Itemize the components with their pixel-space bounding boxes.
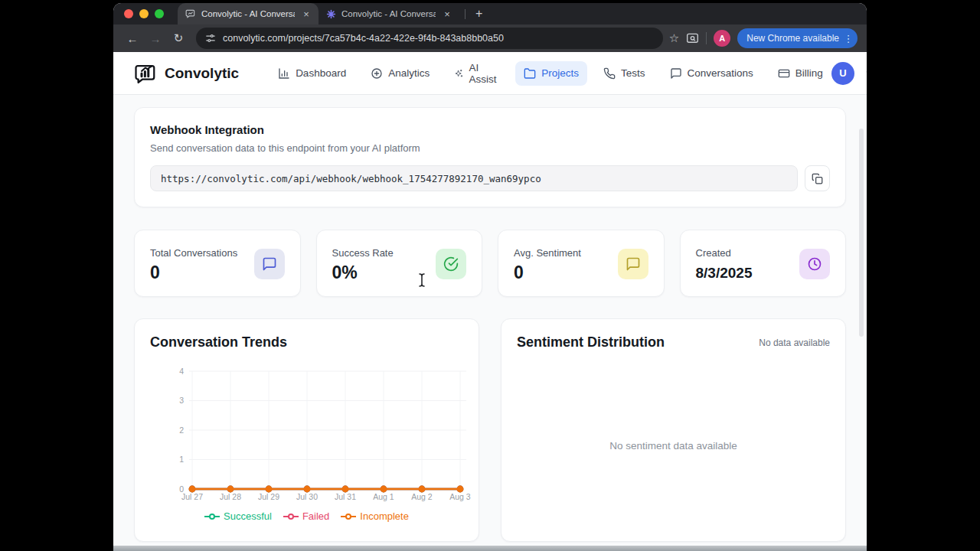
svg-text:Jul 29: Jul 29 xyxy=(258,492,279,501)
webhook-title: Webhook Integration xyxy=(150,123,830,136)
stat-icon-wrap xyxy=(618,249,648,279)
browser-toolbar: ← → ↻ convolytic.com/projects/7ca57b4c-4… xyxy=(113,24,867,52)
sparkles-icon xyxy=(454,67,463,80)
folder-icon xyxy=(524,67,536,80)
nav-item-conversations[interactable]: Conversations xyxy=(662,61,762,86)
nav-label: Dashboard xyxy=(296,67,346,79)
convolytic-logo-icon xyxy=(134,62,157,85)
svg-text:Aug 3: Aug 3 xyxy=(449,492,471,501)
tab-close-icon[interactable]: × xyxy=(300,8,312,20)
trends-line-chart: 01234Jul 27Jul 28Jul 29Jul 30Jul 31Aug 1… xyxy=(135,319,476,507)
webhook-subtitle: Send conversation data to this endpoint … xyxy=(150,142,830,154)
chrome-update-button[interactable]: New Chrome available ⋮ xyxy=(737,28,858,48)
chrome-update-label: New Chrome available xyxy=(746,33,839,44)
stat-icon-wrap xyxy=(436,249,466,279)
tab-close-icon[interactable]: × xyxy=(441,8,453,20)
svg-text:2: 2 xyxy=(179,425,184,435)
sentiment-distribution-card: Sentiment Distribution No data available… xyxy=(501,318,846,542)
webhook-url-field[interactable]: https://convolytic.com/api/webhook/webho… xyxy=(150,165,798,191)
svg-text:Jul 28: Jul 28 xyxy=(220,492,241,501)
forward-button[interactable]: → xyxy=(145,28,165,48)
address-bar[interactable]: convolytic.com/projects/7ca57b4c-4a22-42… xyxy=(196,28,663,49)
credit-card-icon xyxy=(778,67,790,80)
brand-name: Convolytic xyxy=(165,65,239,82)
browser-menu-icon[interactable]: ⋮ xyxy=(843,33,854,44)
traffic-lights xyxy=(124,9,164,18)
bookmark-star-icon[interactable]: ☆ xyxy=(669,31,679,45)
stat-card-created: Created 8/3/2025 xyxy=(680,230,847,297)
stat-card-total-conversations: Total Conversations 0 xyxy=(134,230,301,297)
svg-text:Jul 30: Jul 30 xyxy=(296,492,318,501)
conversation-trends-card: Conversation Trends 01234Jul 27Jul 28Jul… xyxy=(134,318,479,542)
url-text: convolytic.com/projects/7ca57b4c-4a22-42… xyxy=(223,33,504,44)
tab-search-icon[interactable] xyxy=(686,33,699,44)
message-icon xyxy=(262,256,277,272)
browser-tab-1[interactable]: Convolytic - AI Conversation × xyxy=(178,3,318,24)
circle-plus-icon xyxy=(371,67,383,80)
site-navbar: Convolytic Dashboard Analytics AI Assist… xyxy=(113,52,867,95)
main-menu: Dashboard Analytics AI Assist Projects T… xyxy=(270,56,831,91)
window-bottom-edge xyxy=(113,546,867,551)
check-circle-icon xyxy=(443,256,459,272)
convolytic-favicon-icon xyxy=(185,8,196,19)
nav-label: Billing xyxy=(795,67,823,79)
nav-label: Tests xyxy=(621,67,645,79)
nav-label: AI Assist xyxy=(469,62,499,85)
sentiment-title: Sentiment Distribution xyxy=(517,334,665,350)
nav-label: Analytics xyxy=(388,67,430,79)
nav-label: Projects xyxy=(541,67,579,79)
new-tab-button[interactable]: + xyxy=(471,7,487,21)
page-scrollbar[interactable] xyxy=(859,129,864,337)
user-avatar[interactable]: U xyxy=(831,62,854,85)
nav-item-projects[interactable]: Projects xyxy=(515,61,587,86)
nav-item-ai-assist[interactable]: AI Assist xyxy=(446,56,508,91)
sentiment-status: No data available xyxy=(759,337,830,348)
svg-text:4: 4 xyxy=(179,367,184,376)
page-content: Webhook Integration Send conversation da… xyxy=(113,95,867,551)
stat-icon-wrap xyxy=(799,249,830,279)
stat-card-success-rate: Success Rate 0% xyxy=(316,230,483,297)
nav-item-tests[interactable]: Tests xyxy=(595,61,654,86)
user-menu[interactable]: U xyxy=(831,62,867,85)
back-button[interactable]: ← xyxy=(122,28,142,48)
window-minimize-button[interactable] xyxy=(139,9,149,18)
nav-label: Conversations xyxy=(688,67,753,79)
legend-item-incomplete: Incomplete xyxy=(341,510,409,522)
charts-row: Conversation Trends 01234Jul 27Jul 28Jul… xyxy=(134,318,846,542)
toolbar-separator xyxy=(706,32,707,44)
starburst-favicon-icon xyxy=(326,9,336,19)
chevron-down-icon[interactable] xyxy=(864,68,867,78)
copy-webhook-button[interactable] xyxy=(805,165,830,191)
legend-label: Successful xyxy=(224,510,272,522)
legend-marker-icon xyxy=(341,513,356,520)
copy-icon xyxy=(812,173,823,184)
browser-tab-2[interactable]: Convolytic - AI Conversation × xyxy=(318,3,459,24)
legend-item-failed: Failed xyxy=(283,510,329,522)
svg-text:Jul 27: Jul 27 xyxy=(181,492,203,501)
svg-text:Aug 1: Aug 1 xyxy=(373,492,394,501)
stats-row: Total Conversations 0 Success Rate 0% Av… xyxy=(134,230,846,297)
svg-text:3: 3 xyxy=(179,396,184,405)
tab-title: Convolytic - AI Conversation xyxy=(341,9,436,18)
window-zoom-button[interactable] xyxy=(155,9,164,18)
browser-window: Convolytic - AI Conversation × Convolyti… xyxy=(113,3,867,551)
message-icon xyxy=(670,67,682,80)
sentiment-empty-message: No sentiment data available xyxy=(501,440,845,452)
reload-button[interactable]: ↻ xyxy=(168,28,188,48)
window-close-button[interactable] xyxy=(124,9,133,18)
svg-text:Jul 31: Jul 31 xyxy=(335,492,356,501)
brand[interactable]: Convolytic xyxy=(134,62,239,85)
phone-icon xyxy=(603,67,616,80)
nav-item-dashboard[interactable]: Dashboard xyxy=(270,61,354,86)
tab-strip: Convolytic - AI Conversation × Convolyti… xyxy=(113,3,867,24)
nav-item-billing[interactable]: Billing xyxy=(769,61,831,86)
legend-label: Failed xyxy=(302,510,329,522)
nav-item-analytics[interactable]: Analytics xyxy=(362,61,438,86)
clock-icon xyxy=(807,256,822,272)
stat-card-avg-sentiment: Avg. Sentiment 0 xyxy=(498,230,665,297)
chart-legend: SuccessfulFailedIncomplete xyxy=(135,510,479,522)
message-icon xyxy=(626,256,641,272)
toolbar-right: ☆ A New Chrome available ⋮ xyxy=(669,28,859,48)
browser-profile-avatar[interactable]: A xyxy=(714,30,730,47)
legend-marker-icon xyxy=(283,513,299,520)
